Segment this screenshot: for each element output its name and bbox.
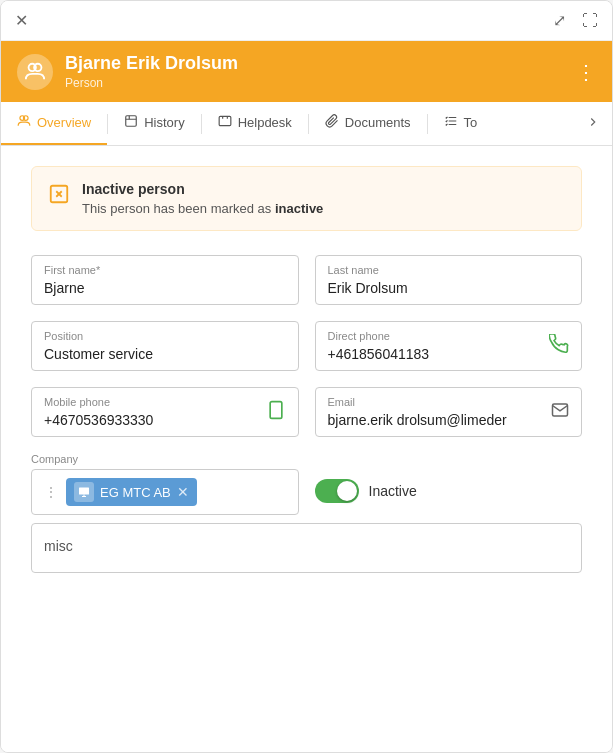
- top-bar-actions: ⤢ ⛶: [553, 13, 598, 29]
- contact-name: Bjarne Erik Drolsum: [65, 53, 238, 74]
- mobile-phone-value: +4670536933330: [44, 412, 153, 428]
- to-tab-icon: [444, 114, 458, 131]
- tab-helpdesk[interactable]: Helpdesk: [202, 102, 308, 145]
- svg-rect-16: [79, 488, 89, 495]
- banner-text: This person has been marked as inactive: [82, 201, 323, 216]
- phone-icon[interactable]: [549, 334, 569, 359]
- tab-to-label: To: [464, 115, 478, 130]
- toggle-knob: [337, 481, 357, 501]
- email-label: Email: [328, 396, 507, 408]
- inactive-banner: Inactive person This person has been mar…: [31, 166, 582, 231]
- contact-header: Bjarne Erik Drolsum Person ⋮: [1, 41, 612, 102]
- email-field[interactable]: Email bjarne.erik drolsum@limeder: [315, 387, 583, 437]
- inactive-toggle-label: Inactive: [369, 483, 417, 499]
- mobile-phone-content: Mobile phone +4670536933330: [44, 396, 153, 428]
- inactive-toggle-row: Inactive: [315, 471, 417, 511]
- tab-helpdesk-label: Helpdesk: [238, 115, 292, 130]
- last-name-group: Last name Erik Drolsum: [315, 255, 583, 305]
- top-bar: ✕ ⤢ ⛶: [1, 1, 612, 41]
- first-name-group: First name* Bjarne: [31, 255, 299, 305]
- banner-title: Inactive person: [82, 181, 323, 197]
- mobile-phone-group: Mobile phone +4670536933330: [31, 387, 299, 437]
- tab-history[interactable]: History: [108, 102, 200, 145]
- last-name-value: Erik Drolsum: [328, 280, 570, 296]
- email-icon[interactable]: [551, 401, 569, 423]
- tab-overview-label: Overview: [37, 115, 91, 130]
- expand-icon[interactable]: ⤢: [553, 13, 566, 29]
- banner-content: Inactive person This person has been mar…: [82, 181, 323, 216]
- documents-tab-icon: [325, 114, 339, 131]
- position-value: Customer service: [44, 346, 286, 362]
- banner-icon: [48, 183, 70, 210]
- mobile-phone-label: Mobile phone: [44, 396, 153, 408]
- fullscreen-icon[interactable]: ⛶: [582, 13, 598, 29]
- history-tab-icon: [124, 114, 138, 131]
- company-field[interactable]: ⋮ EG MTC AB ✕: [31, 469, 299, 515]
- tab-documents[interactable]: Documents: [309, 102, 427, 145]
- svg-rect-7: [219, 116, 231, 125]
- company-group: Company ⋮ EG MTC AB ✕: [31, 453, 299, 515]
- company-name: EG MTC AB: [100, 485, 171, 500]
- company-badge: EG MTC AB ✕: [66, 478, 197, 506]
- direct-phone-group: Direct phone +461856041183: [315, 321, 583, 371]
- misc-field[interactable]: misc: [31, 523, 582, 573]
- contact-type: Person: [65, 76, 238, 90]
- direct-phone-content: Direct phone +461856041183: [328, 330, 430, 362]
- overview-tab-icon: [17, 114, 31, 131]
- main-window: ✕ ⤢ ⛶ Bjarne Erik Drolsum Person ⋮: [0, 0, 613, 753]
- direct-phone-value: +461856041183: [328, 346, 430, 362]
- position-label: Position: [44, 330, 286, 342]
- tab-bar: Overview History Helpdesk: [1, 102, 612, 146]
- content-area: Inactive person This person has been mar…: [1, 146, 612, 752]
- direct-phone-label: Direct phone: [328, 330, 430, 342]
- header-left: Bjarne Erik Drolsum Person: [17, 53, 238, 90]
- first-name-field[interactable]: First name* Bjarne: [31, 255, 299, 305]
- tab-overview[interactable]: Overview: [1, 102, 107, 145]
- position-group: Position Customer service: [31, 321, 299, 371]
- direct-phone-field[interactable]: Direct phone +461856041183: [315, 321, 583, 371]
- mobile-phone-field[interactable]: Mobile phone +4670536933330: [31, 387, 299, 437]
- company-remove-button[interactable]: ✕: [177, 484, 189, 500]
- drag-handle-icon[interactable]: ⋮: [44, 484, 58, 500]
- tab-history-label: History: [144, 115, 184, 130]
- first-name-value: Bjarne: [44, 280, 286, 296]
- company-badge-icon: [74, 482, 94, 502]
- last-name-field[interactable]: Last name Erik Drolsum: [315, 255, 583, 305]
- first-name-label: First name*: [44, 264, 286, 276]
- header-menu-button[interactable]: ⋮: [576, 60, 596, 84]
- svg-rect-4: [126, 116, 137, 127]
- name-row: First name* Bjarne Last name Erik Drolsu…: [31, 255, 582, 305]
- mobile-icon[interactable]: [266, 400, 286, 425]
- close-icon[interactable]: ✕: [15, 13, 28, 29]
- email-content: Email bjarne.erik drolsum@limeder: [328, 396, 507, 428]
- mobile-email-row: Mobile phone +4670536933330 Email: [31, 387, 582, 437]
- tabs-next-button[interactable]: [574, 107, 612, 141]
- helpdesk-tab-icon: [218, 114, 232, 131]
- tab-documents-label: Documents: [345, 115, 411, 130]
- email-value: bjarne.erik drolsum@limeder: [328, 412, 507, 428]
- avatar: [17, 54, 53, 90]
- header-info: Bjarne Erik Drolsum Person: [65, 53, 238, 90]
- company-label: Company: [31, 453, 299, 465]
- last-name-label: Last name: [328, 264, 570, 276]
- position-field[interactable]: Position Customer service: [31, 321, 299, 371]
- inactive-toggle-group: Inactive: [315, 453, 583, 511]
- company-toggle-row: Company ⋮ EG MTC AB ✕: [31, 453, 582, 515]
- inactive-toggle[interactable]: [315, 479, 359, 503]
- email-group: Email bjarne.erik drolsum@limeder: [315, 387, 583, 437]
- position-phone-row: Position Customer service Direct phone +…: [31, 321, 582, 371]
- tab-to[interactable]: To: [428, 102, 494, 145]
- svg-rect-14: [270, 401, 282, 418]
